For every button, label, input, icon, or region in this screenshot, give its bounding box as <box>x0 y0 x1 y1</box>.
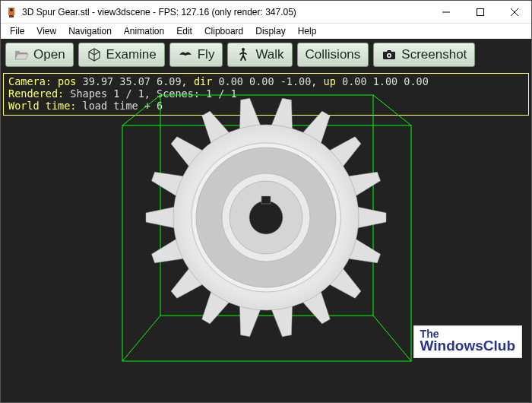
minimize-button[interactable] <box>429 1 463 23</box>
camera-label: Camera: <box>8 75 52 87</box>
svg-rect-2 <box>9 15 14 17</box>
title-bar[interactable]: 3D Spur Gear.stl - view3dscene - FPS: 12… <box>1 1 531 24</box>
viewport-3d[interactable]: The WindowsClub Camera: pos 39.97 35.07 … <box>1 71 531 402</box>
svg-rect-23 <box>261 196 271 204</box>
walk-icon <box>236 47 251 62</box>
menu-file[interactable]: File <box>4 24 30 38</box>
pos-label: pos <box>58 75 76 87</box>
menu-help[interactable]: Help <box>292 24 323 38</box>
screenshot-button[interactable]: Screenshot <box>373 43 475 67</box>
menu-bar: File View Navigation Animation Edit Clip… <box>1 24 531 39</box>
menu-clipboard[interactable]: Clipboard <box>198 24 249 38</box>
close-icon <box>511 8 518 16</box>
menu-view[interactable]: View <box>30 24 62 38</box>
menu-animation[interactable]: Animation <box>118 24 170 38</box>
watermark-wc: WindowsClub <box>420 339 515 353</box>
folder-open-icon <box>14 47 29 62</box>
worldtime-label: World time: <box>8 100 76 112</box>
app-window: 3D Spur Gear.stl - view3dscene - FPS: 12… <box>0 0 532 403</box>
window-controls <box>429 1 531 23</box>
fly-button[interactable]: Fly <box>169 43 223 67</box>
menu-display[interactable]: Display <box>249 24 291 38</box>
svg-point-22 <box>249 201 283 234</box>
open-button[interactable]: Open <box>5 43 74 67</box>
cube-icon <box>87 47 102 62</box>
walk-button[interactable]: Walk <box>227 43 292 67</box>
window-title: 3D Spur Gear.stl - view3dscene - FPS: 12… <box>22 7 429 17</box>
app-icon <box>5 6 17 18</box>
maximize-button[interactable] <box>463 1 497 23</box>
bird-icon <box>178 47 193 62</box>
rendered-label: Rendered: <box>8 87 64 100</box>
collisions-label: Collisions <box>306 47 361 62</box>
examine-label: Examine <box>106 47 157 62</box>
toolbar: Open Examine Fly Walk Collisions Screens… <box>1 39 531 71</box>
svg-point-10 <box>388 55 391 57</box>
collisions-button[interactable]: Collisions <box>297 43 369 67</box>
svg-point-1 <box>10 8 13 11</box>
gear-model <box>141 92 391 346</box>
screenshot-label: Screenshot <box>401 47 467 62</box>
examine-button[interactable]: Examine <box>78 43 165 67</box>
watermark: The WindowsClub <box>413 325 522 358</box>
fly-label: Fly <box>198 47 215 62</box>
minimize-icon <box>442 8 450 16</box>
camera-icon <box>382 47 397 62</box>
open-label: Open <box>33 47 65 62</box>
close-button[interactable] <box>497 1 531 23</box>
menu-navigation[interactable]: Navigation <box>62 24 118 38</box>
menu-edit[interactable]: Edit <box>170 24 198 38</box>
svg-rect-4 <box>477 8 483 15</box>
walk-label: Walk <box>255 47 283 62</box>
maximize-icon <box>477 8 484 16</box>
